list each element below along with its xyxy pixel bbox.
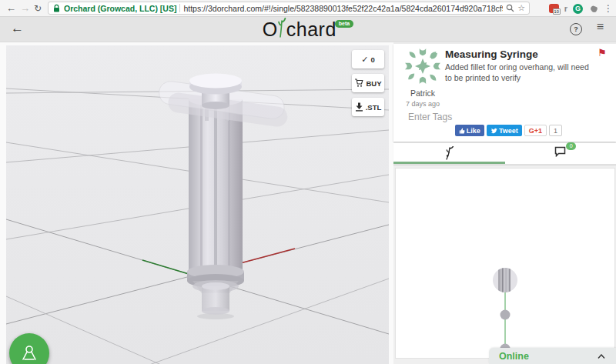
- help-icon[interactable]: ?: [570, 23, 582, 35]
- social-buttons: Like Tweet G+1 1: [455, 125, 562, 136]
- facebook-like-button[interactable]: Like: [455, 125, 484, 136]
- author-name: Patrick: [400, 88, 446, 98]
- tree-icon: [19, 343, 39, 363]
- version-tree[interactable]: [396, 169, 616, 359]
- padlock-icon: [52, 4, 61, 13]
- model-title: Measuring Syringe: [445, 48, 593, 60]
- model-description: Added fillet for oring overhang, will ne…: [445, 62, 593, 83]
- viewport-canvas[interactable]: [6, 45, 389, 364]
- version-node[interactable]: [500, 310, 511, 320]
- hand-extension-icon[interactable]: [588, 4, 598, 14]
- url-separator: [179, 4, 180, 12]
- thumbs-up-icon: [459, 128, 465, 134]
- security-label: Orchard (Growcad, LLC) [US]: [64, 4, 176, 13]
- browser-back-icon[interactable]: ←: [6, 1, 16, 16]
- browser-forward-icon[interactable]: →: [20, 1, 30, 16]
- report-flag-icon[interactable]: ⚑: [598, 47, 607, 58]
- tags-input[interactable]: [407, 111, 525, 123]
- gplus-count: 1: [549, 125, 562, 136]
- timestamp: 7 days ago: [400, 100, 446, 108]
- check-count: 0: [370, 55, 374, 64]
- approve-button[interactable]: ✓ 0: [352, 50, 384, 68]
- model-viewport[interactable]: ✓ 0 BUY .STL: [6, 45, 389, 364]
- tab-versions[interactable]: [393, 143, 505, 162]
- gplus-button[interactable]: G+1: [524, 125, 547, 136]
- avatar[interactable]: [403, 46, 443, 86]
- check-icon: ✓: [361, 55, 368, 65]
- gplus-count-value: 1: [554, 127, 557, 135]
- extension-icons: 10 r G ⋮: [549, 0, 613, 17]
- browser-menu-icon[interactable]: ⋮: [604, 3, 613, 14]
- panel-tabs: 0: [393, 143, 616, 165]
- download-stl-button[interactable]: .STL: [352, 98, 384, 116]
- beta-badge: beta: [335, 20, 353, 28]
- logo-text-o: O: [263, 18, 278, 40]
- app-header: ← O chardbeta ? ≡: [0, 17, 616, 42]
- tweet-button[interactable]: Tweet: [487, 125, 522, 136]
- logo-branch-icon: [278, 18, 286, 38]
- browser-reload-icon[interactable]: ↻: [34, 1, 42, 16]
- hamburger-menu-icon[interactable]: ≡: [597, 20, 604, 34]
- grammarly-extension-icon[interactable]: G: [573, 4, 583, 14]
- online-status-bar[interactable]: Online: [489, 348, 616, 364]
- details-panel: Patrick 7 days ago Measuring Syringe Add…: [393, 42, 616, 364]
- comments-badge: 0: [566, 142, 576, 150]
- browser-chrome: ← → ↻ Orchard (Growcad, LLC) [US] https:…: [0, 0, 616, 17]
- stl-label: .STL: [366, 103, 382, 112]
- online-status: Online: [499, 351, 598, 362]
- branch-icon: [444, 146, 454, 160]
- download-icon: [355, 102, 363, 112]
- logo-text-rest: chard: [286, 18, 336, 40]
- buy-button[interactable]: BUY: [352, 74, 384, 92]
- bookmark-star-icon[interactable]: ☆: [517, 3, 525, 13]
- author-column: Patrick 7 days ago: [400, 46, 446, 108]
- zoom-icon[interactable]: [506, 4, 514, 12]
- active-tab-indicator: [393, 162, 505, 164]
- adblock-extension-icon[interactable]: 10: [549, 4, 559, 13]
- main-area: ✓ 0 BUY .STL: [0, 42, 616, 364]
- model-info-card: Patrick 7 days ago Measuring Syringe Add…: [393, 44, 616, 142]
- screen: ← → ↻ Orchard (Growcad, LLC) [US] https:…: [0, 0, 616, 364]
- address-bar[interactable]: Orchard (Growcad, LLC) [US] https://3dor…: [48, 2, 530, 15]
- like-label: Like: [467, 127, 480, 135]
- tweet-label: Tweet: [499, 127, 518, 135]
- version-node-current[interactable]: [493, 268, 517, 292]
- tab-comments[interactable]: 0: [505, 143, 616, 162]
- url-text: https://3dorchard.com/#!/single/58238890…: [183, 4, 503, 13]
- twitter-bird-icon: [490, 128, 497, 134]
- gplus-label: G+1: [529, 127, 542, 135]
- comment-icon: [554, 146, 566, 157]
- model-info: Measuring Syringe Added fillet for oring…: [445, 48, 593, 83]
- collapse-chevron-icon[interactable]: [598, 354, 605, 359]
- adblock-count: 10: [553, 8, 561, 15]
- version-tree-card: [395, 168, 615, 359]
- buy-label: BUY: [366, 79, 381, 88]
- reddit-extension-icon[interactable]: r: [564, 4, 567, 13]
- orchard-logo[interactable]: O chardbeta: [0, 18, 616, 41]
- cart-icon: [354, 78, 363, 88]
- viewer-buttons: ✓ 0 BUY .STL: [352, 50, 384, 116]
